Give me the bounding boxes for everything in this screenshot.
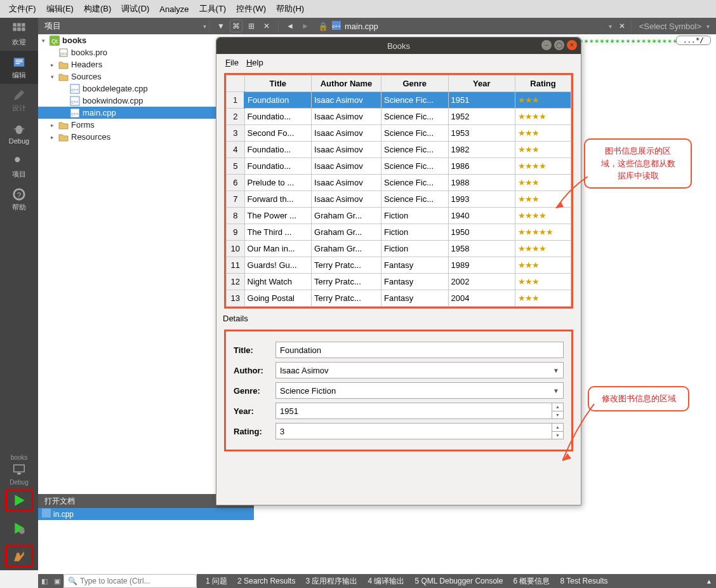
col-title[interactable]: Title: [244, 76, 312, 92]
cell-genre[interactable]: Science Fic...: [381, 191, 449, 208]
open-doc-item[interactable]: in.cpp: [38, 508, 254, 520]
locator-input[interactable]: 🔍 Type to locate (Ctrl...: [63, 574, 197, 588]
cell-title[interactable]: Night Watch: [244, 274, 312, 290]
cell-year[interactable]: 1953: [448, 125, 515, 142]
build-button[interactable]: [5, 545, 33, 568]
cell-rating[interactable]: ★★★: [515, 290, 571, 307]
cell-title[interactable]: Foundatio...: [244, 158, 312, 175]
cell-rating[interactable]: ★★★: [515, 125, 571, 142]
cell-author[interactable]: Isaac Asimov: [312, 125, 381, 142]
link-icon[interactable]: ⌘: [230, 20, 242, 32]
col-genre[interactable]: Genre: [381, 76, 449, 92]
maximize-icon[interactable]: ◯: [554, 40, 564, 50]
cell-title[interactable]: The Power ...: [244, 208, 312, 224]
cell-genre[interactable]: Fiction: [381, 208, 449, 224]
table-row[interactable]: 2Foundatio...Isaac AsimovScience Fic...1…: [227, 109, 571, 125]
menu-analyze[interactable]: Analyze: [154, 2, 194, 17]
minimize-icon[interactable]: –: [541, 40, 552, 50]
output-pane-2[interactable]: 2 Search Results: [237, 577, 295, 585]
cell-author[interactable]: Graham Gr...: [312, 241, 381, 257]
cell-author[interactable]: Terry Pratc...: [312, 290, 381, 307]
select-genre[interactable]: Science Fiction▼: [275, 382, 564, 399]
cell-rating[interactable]: ★★★: [515, 92, 571, 109]
output-pane-6[interactable]: 6 概要信息: [513, 576, 550, 587]
cell-title[interactable]: Guards! Gu...: [244, 257, 312, 274]
menu-build[interactable]: 构建(B): [79, 1, 116, 17]
output-pane-1[interactable]: 1 问题: [206, 576, 227, 587]
cell-year[interactable]: 2004: [448, 290, 515, 307]
table-row[interactable]: 8The Power ...Graham Gr...Fiction1940★★★…: [227, 208, 571, 224]
cell-author[interactable]: Isaac Asimov: [312, 191, 381, 208]
menu-tools[interactable]: 工具(T): [194, 1, 232, 17]
cell-author[interactable]: Isaac Asimov: [312, 109, 381, 125]
run-debug-button[interactable]: [5, 517, 33, 540]
pin-icon[interactable]: ▣: [54, 577, 60, 585]
cell-title[interactable]: Going Postal: [244, 290, 312, 307]
mode-debug[interactable]: Debug: [0, 117, 38, 150]
filter-icon[interactable]: ▼: [215, 20, 227, 32]
table-row[interactable]: 4Foundatio...Isaac AsimovScience Fic...1…: [227, 142, 571, 158]
books-table[interactable]: Title Author Name Genre Year Rating 1Fou…: [226, 75, 571, 307]
cell-genre[interactable]: Fantasy: [381, 274, 449, 290]
mode-project[interactable]: 项目: [0, 150, 38, 183]
spin-down-icon[interactable]: ▼: [552, 411, 563, 419]
cell-genre[interactable]: Science Fic...: [381, 125, 449, 142]
cell-title[interactable]: Prelude to ...: [244, 175, 312, 191]
table-row[interactable]: 5Foundatio...Isaac AsimovScience Fic...1…: [227, 158, 571, 175]
symbol-selector[interactable]: <Select Symbol>: [634, 22, 706, 31]
table-row[interactable]: 11Guards! Gu...Terry Pratc...Fantasy1989…: [227, 257, 571, 274]
mode-edit[interactable]: 编辑: [0, 51, 38, 84]
cell-title[interactable]: Second Fo...: [244, 125, 312, 142]
cell-year[interactable]: 2002: [448, 274, 515, 290]
close-icon[interactable]: ✕: [567, 40, 577, 50]
cell-author[interactable]: Graham Gr...: [312, 224, 381, 241]
spin-down-icon[interactable]: ▼: [552, 432, 563, 439]
cell-author[interactable]: Isaac Asimov: [312, 92, 381, 109]
window-titlebar[interactable]: Books – ◯ ✕: [216, 37, 581, 54]
output-pane-4[interactable]: 4 编译输出: [368, 576, 404, 587]
expand-icon[interactable]: ▲: [706, 578, 712, 585]
table-row[interactable]: 9The Third ...Graham Gr...Fiction1950★★★…: [227, 224, 571, 241]
mode-welcome[interactable]: 欢迎: [0, 18, 38, 51]
menu-help[interactable]: 帮助(H): [271, 1, 309, 17]
cell-genre[interactable]: Fantasy: [381, 257, 449, 274]
spinbox-rating[interactable]: 3▲▼: [275, 423, 564, 439]
table-row[interactable]: 13Going PostalTerry Pratc...Fantasy2004★…: [227, 290, 571, 307]
menu-edit[interactable]: 编辑(E): [41, 1, 79, 17]
table-row[interactable]: 12Night WatchTerry Pratc...Fantasy2002★★…: [227, 274, 571, 290]
select-author[interactable]: Isaac Asimov▼: [275, 362, 564, 378]
cell-author[interactable]: Isaac Asimov: [312, 175, 381, 191]
cell-rating[interactable]: ★★★: [515, 142, 571, 158]
output-pane-3[interactable]: 3 应用程序输出: [305, 576, 357, 587]
cell-genre[interactable]: Fantasy: [381, 290, 449, 307]
menu-widgets[interactable]: 控件(W): [231, 1, 271, 17]
cell-genre[interactable]: Science Fic...: [381, 175, 449, 191]
cell-year[interactable]: 1951: [448, 92, 515, 109]
col-rating[interactable]: Rating: [515, 76, 571, 92]
breadcrumb[interactable]: 🔒 c++ main.cpp: [314, 21, 382, 32]
col-year[interactable]: Year: [448, 76, 515, 92]
nav-back-icon[interactable]: ◄: [284, 20, 296, 32]
kit-selector[interactable]: Debug: [0, 461, 38, 486]
input-title[interactable]: Foundation: [275, 342, 564, 358]
cell-title[interactable]: Forward th...: [244, 191, 312, 208]
cell-rating[interactable]: ★★★★: [515, 241, 571, 257]
cell-year[interactable]: 1993: [448, 191, 515, 208]
nav-fwd-icon[interactable]: ►: [299, 20, 312, 32]
cell-author[interactable]: Terry Pratc...: [312, 257, 381, 274]
cell-year[interactable]: 1940: [448, 208, 515, 224]
cell-genre[interactable]: Science Fic...: [381, 109, 449, 125]
cell-year[interactable]: 1988: [448, 175, 515, 191]
cell-title[interactable]: Our Man in...: [244, 241, 312, 257]
cell-genre[interactable]: Fiction: [381, 224, 449, 241]
table-row[interactable]: 1FoundationIsaac AsimovScience Fic...195…: [227, 92, 571, 109]
cell-year[interactable]: 1982: [448, 142, 515, 158]
cell-year[interactable]: 1952: [448, 109, 515, 125]
table-row[interactable]: 7Forward th...Isaac AsimovScience Fic...…: [227, 191, 571, 208]
col-author[interactable]: Author Name: [312, 76, 381, 92]
cell-rating[interactable]: ★★★★: [515, 158, 571, 175]
close-pane-icon[interactable]: ✕: [260, 20, 273, 32]
split-icon[interactable]: ⊞: [245, 20, 258, 32]
books-menu-help[interactable]: Help: [242, 56, 267, 69]
output-pane-8[interactable]: 8 Test Results: [560, 577, 607, 585]
